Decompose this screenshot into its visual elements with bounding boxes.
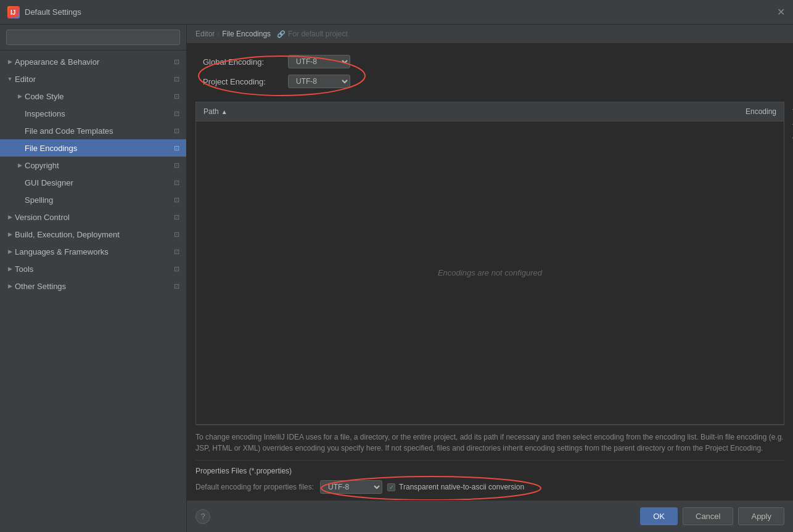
sidebar-item-file-encodings[interactable]: File Encodings ⊡ — [0, 139, 186, 157]
global-encoding-label: Global Encoding: — [203, 57, 283, 67]
scope-icon: ⊡ — [171, 195, 181, 205]
scope-icon: ⊡ — [171, 264, 181, 274]
sidebar-item-label: Tools — [15, 264, 171, 274]
transparent-conversion-row: ✓ Transparent native-to-ascii conversion — [387, 483, 524, 491]
table-header: Path ▲ Encoding — [196, 102, 784, 121]
breadcrumb-note: For default project — [288, 30, 348, 38]
arrow-icon — [5, 264, 15, 274]
sidebar-item-editor[interactable]: Editor ⊡ — [0, 70, 186, 88]
help-button[interactable]: ? — [195, 509, 210, 524]
properties-section: Properties Files (*.properties) Default … — [195, 460, 784, 500]
close-button[interactable]: ✕ — [776, 7, 786, 17]
edit-encoding-button[interactable]: ✎ — [788, 133, 793, 146]
nav-tree: Appearance & Behavior ⊡ Editor ⊡ Code St… — [0, 51, 186, 532]
file-table: Path ▲ Encoding Encodings are not config… — [195, 102, 784, 425]
sidebar-item-label: Copyright — [25, 161, 171, 170]
apply-button[interactable]: Apply — [738, 507, 784, 525]
arrow-icon — [5, 281, 15, 291]
title-bar-left: IJ Default Settings — [7, 6, 81, 18]
file-table-wrapper: Path ▲ Encoding Encodings are not config… — [195, 102, 784, 425]
sidebar-item-tools[interactable]: Tools ⊡ — [0, 260, 186, 277]
col-path: Path ▲ — [196, 105, 660, 118]
sidebar-item-build-execution[interactable]: Build, Execution, Deployment ⊡ — [0, 226, 186, 243]
scope-icon: ⊡ — [171, 108, 181, 118]
arrow-icon — [5, 247, 15, 256]
arrow-icon — [15, 160, 25, 170]
properties-encoding-select[interactable]: UTF-8 ISO-8859-1 — [320, 480, 382, 494]
sidebar-item-label: Editor — [15, 75, 171, 84]
scope-icon: ⊡ — [171, 281, 181, 291]
footer: ? OK Cancel Apply — [187, 500, 793, 532]
scope-icon: ⊡ — [171, 74, 181, 84]
footer-left: ? — [195, 509, 210, 524]
sidebar: Appearance & Behavior ⊡ Editor ⊡ Code St… — [0, 25, 187, 532]
cancel-button[interactable]: Cancel — [683, 507, 733, 525]
properties-title: Properties Files (*.properties) — [195, 467, 784, 475]
sidebar-item-inspections[interactable]: Inspections ⊡ — [0, 105, 186, 122]
sidebar-item-file-code-templates[interactable]: File and Code Templates ⊡ — [0, 122, 186, 139]
arrow-icon — [5, 74, 15, 84]
arrow-icon — [15, 91, 25, 101]
scope-icon: ⊡ — [171, 229, 181, 239]
scope-icon: ⊡ — [171, 57, 181, 67]
title-bar: IJ Default Settings ✕ — [0, 0, 793, 25]
scope-icon: ⊡ — [171, 212, 181, 222]
col-encoding: Encoding — [660, 105, 784, 118]
table-body: Encodings are not configured — [196, 121, 784, 424]
arrow-icon — [5, 212, 15, 222]
sidebar-item-label: Build, Execution, Deployment — [15, 230, 171, 239]
table-actions: + − ✎ — [788, 102, 793, 147]
sidebar-item-languages[interactable]: Languages & Frameworks ⊡ — [0, 243, 186, 260]
sidebar-item-spelling[interactable]: Spelling ⊡ — [0, 191, 186, 208]
scope-icon: ⊡ — [171, 126, 181, 136]
main-container: Appearance & Behavior ⊡ Editor ⊡ Code St… — [0, 25, 793, 532]
scope-icon: ⊡ — [171, 143, 181, 153]
remove-encoding-button[interactable]: − — [788, 118, 793, 131]
sidebar-item-label: File Encodings — [25, 144, 171, 153]
sidebar-item-appearance[interactable]: Appearance & Behavior ⊡ — [0, 53, 186, 70]
arrow-icon — [5, 57, 15, 67]
window-title: Default Settings — [25, 7, 81, 17]
footer-right: OK Cancel Apply — [640, 507, 784, 525]
sidebar-item-version-control[interactable]: Version Control ⊡ — [0, 208, 186, 226]
help-text: To change encoding IntelliJ IDEA uses fo… — [195, 425, 784, 460]
add-encoding-button[interactable]: + — [788, 103, 793, 117]
global-encoding-row: Global Encoding: UTF-8 ISO-8859-1 UTF-16 — [195, 51, 784, 70]
sidebar-item-label: Languages & Frameworks — [15, 247, 171, 256]
properties-row: Default encoding for properties files: U… — [195, 480, 784, 494]
project-encoding-select[interactable]: UTF-8 ISO-8859-1 UTF-16 — [288, 75, 350, 88]
app-icon: IJ — [7, 6, 20, 18]
sidebar-item-label: Appearance & Behavior — [15, 57, 171, 67]
sidebar-item-other-settings[interactable]: Other Settings ⊡ — [0, 277, 186, 295]
ok-button[interactable]: OK — [640, 507, 678, 525]
global-encoding-select[interactable]: UTF-8 ISO-8859-1 UTF-16 — [288, 55, 350, 68]
sidebar-item-copyright[interactable]: Copyright ⊡ — [0, 157, 186, 174]
breadcrumb-parent: Editor — [195, 30, 215, 38]
project-encoding-label: Project Encoding: — [203, 77, 283, 86]
sidebar-item-label: Version Control — [15, 213, 171, 222]
sidebar-item-label: Inspections — [25, 109, 171, 118]
content-area: Editor › File Encodings 🔗 For default pr… — [187, 25, 793, 532]
sidebar-item-label: Spelling — [25, 195, 171, 205]
scope-icon: ⊡ — [171, 91, 181, 101]
breadcrumb-separator: › — [217, 30, 220, 38]
breadcrumb-icon: 🔗 — [277, 30, 286, 38]
settings-body: Global Encoding: UTF-8 ISO-8859-1 UTF-16… — [187, 44, 793, 500]
transparent-conversion-checkbox[interactable]: ✓ — [387, 483, 395, 491]
sidebar-item-gui-designer[interactable]: GUI Designer ⊡ — [0, 174, 186, 191]
arrow-icon — [5, 229, 15, 239]
search-input[interactable] — [6, 30, 180, 45]
sidebar-item-label: File and Code Templates — [25, 126, 171, 136]
sidebar-item-label: GUI Designer — [25, 178, 171, 187]
default-encoding-label: Default encoding for properties files: — [195, 483, 314, 491]
sidebar-item-label: Code Style — [25, 92, 171, 101]
sidebar-item-label: Other Settings — [15, 282, 171, 291]
table-empty-message: Encodings are not configured — [438, 268, 542, 277]
svg-text:IJ: IJ — [10, 9, 15, 16]
search-box — [0, 25, 186, 51]
scope-icon: ⊡ — [171, 160, 181, 170]
scope-icon: ⊡ — [171, 247, 181, 256]
sidebar-item-code-style[interactable]: Code Style ⊡ — [0, 88, 186, 105]
project-encoding-row: Project Encoding: UTF-8 ISO-8859-1 UTF-1… — [195, 73, 784, 92]
sort-indicator: ▲ — [221, 108, 228, 115]
